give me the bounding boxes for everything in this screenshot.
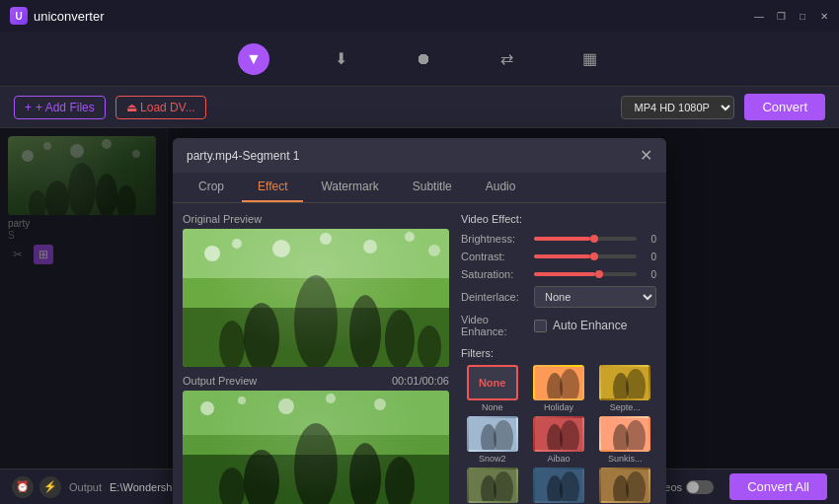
filter-willow[interactable]: Willow: [461, 468, 523, 504]
deinterlace-select[interactable]: None: [534, 286, 656, 308]
contrast-fill: [534, 254, 590, 258]
minimize-button[interactable]: —: [752, 9, 766, 23]
app-row: + + Add Files ⏏ Load DV... MP4 HD 1080P …: [0, 87, 839, 128]
svg-point-21: [272, 240, 290, 257]
filter-none-name: None: [482, 402, 503, 412]
filter-sunkiss-svg: [601, 418, 650, 452]
output-preview-header: Output Preview 00:01/00:06: [183, 375, 449, 387]
output-preview-svg: [183, 391, 449, 504]
toolbar-download[interactable]: ⬇: [329, 47, 352, 71]
svg-point-35: [238, 396, 246, 404]
svg-point-16: [219, 321, 245, 367]
filter-simple[interactable]: Simple...: [527, 468, 589, 504]
contrast-thumb: [590, 252, 598, 260]
enhance-row: Video Enhance: Auto Enhance: [461, 314, 656, 337]
deinterlace-row: Deinterlace: None: [461, 286, 656, 308]
filter-snow2[interactable]: Snow2: [461, 416, 523, 464]
brightness-row: Brightness: 0: [461, 233, 656, 245]
transfer-icon: ⇄: [495, 47, 518, 71]
convert-button[interactable]: Convert: [744, 94, 825, 120]
toolbar-transfer[interactable]: ⇄: [495, 47, 518, 71]
merge-toggle[interactable]: [686, 480, 714, 494]
brightness-thumb: [590, 235, 598, 243]
tab-effect[interactable]: Effect: [242, 173, 303, 202]
filter-retro-svg: [601, 469, 650, 503]
svg-point-15: [349, 295, 381, 367]
svg-point-34: [200, 401, 214, 415]
contrast-slider[interactable]: [534, 254, 637, 258]
effect-modal: party.mp4-Segment 1 ✕ Crop Effect Waterm…: [173, 138, 666, 504]
filter-aibao[interactable]: Aibao: [527, 416, 589, 464]
toolbar-record[interactable]: ⏺: [412, 47, 435, 71]
filter-none[interactable]: None None: [461, 365, 523, 412]
svg-rect-27: [183, 455, 449, 504]
modal-title: party.mp4-Segment 1: [187, 149, 300, 163]
svg-rect-12: [183, 229, 449, 278]
more-icon: ▦: [577, 47, 601, 71]
enhance-checkbox[interactable]: [534, 320, 547, 332]
output-preview-video: [183, 391, 449, 504]
close-button[interactable]: ✕: [817, 9, 831, 23]
enhance-sublabel: Auto Enhance: [553, 319, 627, 332]
download-icon: ⬇: [329, 47, 352, 71]
schedule-icon[interactable]: ⏰: [12, 476, 34, 498]
filter-sunkiss-name: Sunkis...: [608, 454, 643, 464]
saturation-slider[interactable]: [534, 272, 637, 276]
svg-point-29: [244, 450, 279, 504]
logo-icon: U: [10, 7, 28, 25]
svg-point-19: [204, 246, 220, 261]
filter-sept[interactable]: Septe...: [594, 365, 656, 412]
filter-sept-thumb: [599, 365, 650, 400]
tab-watermark[interactable]: Watermark: [305, 173, 394, 202]
modal-body: Original Preview: [173, 203, 666, 504]
app-name: uniconverter: [34, 9, 105, 24]
filter-sunkiss[interactable]: Sunkis...: [594, 416, 656, 464]
svg-point-24: [405, 232, 415, 242]
brightness-slider[interactable]: [534, 237, 637, 241]
restore-button[interactable]: ❐: [774, 9, 788, 23]
modal-close-button[interactable]: ✕: [640, 146, 652, 165]
svg-point-31: [349, 443, 381, 504]
none-label: None: [479, 377, 506, 389]
filter-simple-thumb: [533, 468, 584, 503]
output-preview-time: 00:01/00:06: [392, 375, 449, 387]
filter-retro[interactable]: Retro: [594, 468, 656, 504]
preview-section: Original Preview: [183, 213, 449, 504]
tab-audio[interactable]: Audio: [470, 173, 532, 202]
load-dvd-button[interactable]: ⏏ Load DV...: [115, 96, 206, 119]
original-preview-video: [183, 229, 449, 367]
tab-crop[interactable]: Crop: [183, 173, 240, 202]
window-controls: — ❐ □ ✕: [752, 9, 831, 23]
maximize-button[interactable]: □: [796, 9, 809, 23]
svg-point-14: [294, 275, 338, 367]
main-toolbar: ▼ ⬇ ⏺ ⇄ ▦: [0, 32, 839, 87]
filter-willow-svg: [469, 469, 518, 503]
svg-point-20: [232, 239, 242, 249]
original-preview-svg: [183, 229, 449, 367]
svg-point-32: [219, 468, 245, 504]
svg-point-25: [428, 245, 440, 256]
brightness-label: Brightness:: [461, 233, 528, 245]
svg-point-18: [418, 325, 441, 367]
contrast-label: Contrast:: [461, 251, 528, 262]
convert-all-button[interactable]: Convert All: [729, 473, 827, 500]
tab-subtitle[interactable]: Subtitle: [397, 173, 468, 202]
filter-holiday[interactable]: Holiday: [527, 365, 589, 412]
svg-point-36: [278, 398, 294, 414]
effects-panel: Video Effect: Brightness: 0 Contrast:: [461, 213, 656, 504]
svg-point-30: [294, 423, 338, 504]
format-select[interactable]: MP4 HD 1080P: [621, 96, 734, 119]
filters-grid: None None: [461, 365, 656, 504]
filter-sept-svg: [601, 367, 650, 400]
filter-retro-thumb: [599, 468, 650, 503]
speed-icon[interactable]: ⚡: [39, 476, 61, 498]
original-preview-label: Original Preview: [183, 213, 449, 225]
filter-sunkiss-thumb: [599, 416, 650, 452]
toolbar-more[interactable]: ▦: [577, 47, 601, 71]
filter-holiday-name: Holiday: [544, 402, 573, 412]
add-files-button[interactable]: + + Add Files: [14, 96, 106, 119]
filter-snow2-name: Snow2: [479, 454, 506, 464]
toolbar-convert[interactable]: ▼: [238, 43, 269, 75]
svg-point-23: [363, 240, 377, 253]
svg-point-13: [244, 303, 279, 367]
